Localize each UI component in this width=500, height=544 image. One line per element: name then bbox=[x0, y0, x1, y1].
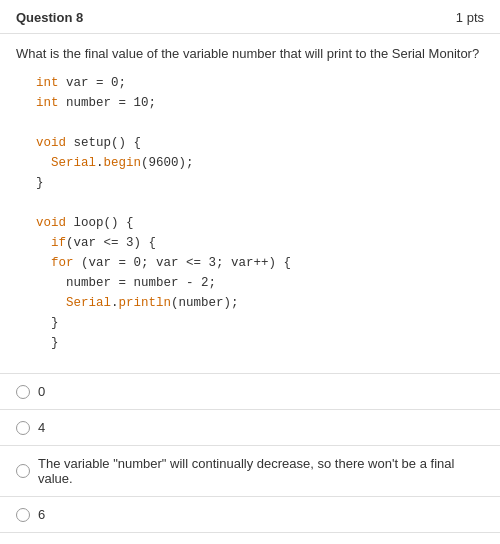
code-line-5: Serial.begin(9600); bbox=[36, 153, 468, 173]
code-block: int var = 0; int number = 10; void setup… bbox=[16, 73, 484, 365]
option-label-6: 6 bbox=[38, 507, 45, 522]
code-line-6: } bbox=[36, 173, 468, 193]
option-label-continual: The variable "number" will continually d… bbox=[38, 456, 484, 486]
radio-continual[interactable] bbox=[16, 464, 30, 478]
option-label-0: 0 bbox=[38, 384, 45, 399]
code-line-14: } bbox=[36, 333, 468, 353]
code-content: int var = 0; int number = 10; void setup… bbox=[32, 73, 468, 353]
option-continual[interactable]: The variable "number" will continually d… bbox=[0, 446, 500, 497]
question-text: What is the final value of the variable … bbox=[16, 46, 484, 61]
option-4[interactable]: 4 bbox=[0, 410, 500, 446]
option-6[interactable]: 6 bbox=[0, 497, 500, 533]
code-line-11: number = number - 2; bbox=[36, 273, 468, 293]
code-line-9: if(var <= 3) { bbox=[36, 233, 468, 253]
option-2[interactable]: 2 bbox=[0, 533, 500, 544]
code-line-12: Serial.println(number); bbox=[36, 293, 468, 313]
code-line-7 bbox=[36, 193, 468, 213]
points-label: 1 pts bbox=[456, 10, 484, 25]
radio-0[interactable] bbox=[16, 385, 30, 399]
code-line-1: int var = 0; bbox=[36, 73, 468, 93]
code-line-8: void loop() { bbox=[36, 213, 468, 233]
code-line-4: void setup() { bbox=[36, 133, 468, 153]
option-label-4: 4 bbox=[38, 420, 45, 435]
code-line-13: } bbox=[36, 313, 468, 333]
options-list: 0 4 The variable "number" will continual… bbox=[0, 374, 500, 544]
option-0[interactable]: 0 bbox=[0, 374, 500, 410]
radio-6[interactable] bbox=[16, 508, 30, 522]
radio-4[interactable] bbox=[16, 421, 30, 435]
code-line-10: for (var = 0; var <= 3; var++) { bbox=[36, 253, 468, 273]
code-line-3 bbox=[36, 113, 468, 133]
question-title: Question 8 bbox=[16, 10, 83, 25]
code-line-2: int number = 10; bbox=[36, 93, 468, 113]
